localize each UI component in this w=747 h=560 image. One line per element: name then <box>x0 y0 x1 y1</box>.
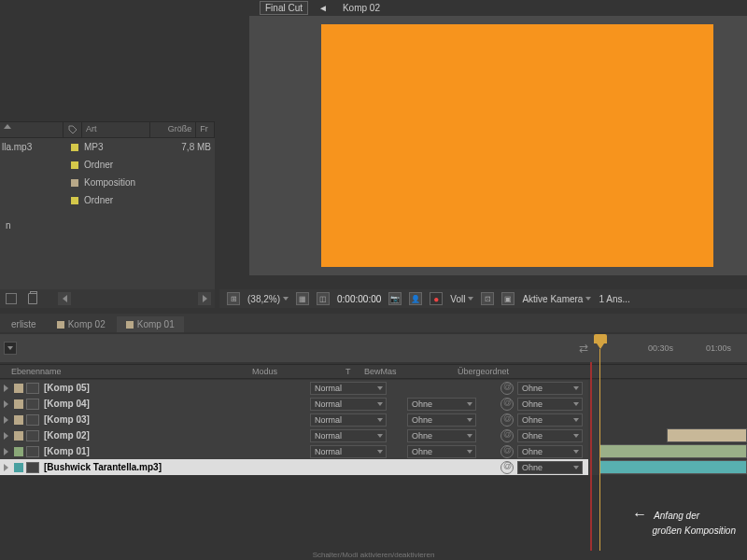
tag-column[interactable] <box>63 122 82 137</box>
layer-row[interactable]: [Komp 02]NormalOhneOhne <box>0 427 588 443</box>
bewmas-select[interactable]: Ohne <box>407 445 476 458</box>
toggle-switches-label[interactable]: Schalter/Modi aktivieren/deaktivieren <box>280 551 467 560</box>
project-row[interactable]: Ordner <box>0 191 215 209</box>
timecode-display[interactable]: 0:00:00:00 <box>337 294 381 304</box>
art-cell: Komposition <box>84 177 168 188</box>
snapshot-icon[interactable]: 👤 <box>409 292 422 305</box>
modus-select[interactable]: Normal <box>310 382 387 395</box>
tab-komp01[interactable]: Komp 01 <box>117 316 184 332</box>
track-lane[interactable] <box>588 443 747 459</box>
tag-swatch <box>71 179 78 187</box>
size-column[interactable]: Größe <box>150 122 196 137</box>
track-lane[interactable] <box>588 412 747 427</box>
parent-select[interactable]: Ohne <box>517 413 583 427</box>
art-column[interactable]: Art <box>82 122 150 137</box>
time-ruler[interactable]: 00:30s 01:00s <box>588 334 747 362</box>
layer-row[interactable]: [Bushwick Tarantella.mp3]Ohne <box>0 459 588 475</box>
twirl-icon[interactable] <box>0 432 11 440</box>
layer-row[interactable]: [Komp 05]NormalOhne <box>0 380 588 396</box>
modus-select[interactable]: Normal <box>310 429 387 442</box>
layer-color-swatch[interactable] <box>14 399 23 409</box>
breadcrumb-item[interactable]: Final Cut <box>260 1 308 15</box>
filename-cell: lla.mp3 <box>2 142 65 152</box>
views-select[interactable]: 1 Ans... <box>599 294 629 304</box>
layers-header: Ebenenname Modus T BewMas Übergeordnet <box>0 364 588 379</box>
project-row[interactable]: Komposition <box>0 174 215 191</box>
channel-icon[interactable]: ● <box>430 292 443 305</box>
track-lane[interactable] <box>588 380 747 396</box>
region-icon[interactable]: ▣ <box>501 292 514 305</box>
timecode-field[interactable] <box>4 342 17 355</box>
scroll-left-button[interactable] <box>58 292 71 305</box>
twirl-icon[interactable] <box>0 416 11 424</box>
pickwhip-icon[interactable] <box>500 413 514 427</box>
chevron-down-icon <box>585 297 591 301</box>
layer-bar[interactable] <box>599 460 747 474</box>
layer-color-swatch[interactable] <box>14 415 23 425</box>
tab-renderlist[interactable]: erliste <box>2 316 46 332</box>
parent-select[interactable]: Ohne <box>517 429 583 442</box>
bewmas-select[interactable]: Ohne <box>407 398 476 411</box>
layer-row[interactable]: [Komp 04]NormalOhneOhne <box>0 396 588 412</box>
track-lane[interactable] <box>588 427 747 443</box>
tag-swatch <box>71 144 78 151</box>
layer-bar[interactable] <box>667 428 747 442</box>
breadcrumb-sep: ◄ <box>314 2 332 14</box>
layer-row[interactable]: [Komp 03]NormalOhneOhne <box>0 412 588 427</box>
twirl-icon[interactable] <box>0 464 11 471</box>
layer-name: [Komp 02] <box>42 430 310 441</box>
comp-icon <box>26 383 39 394</box>
col-bewmas[interactable]: BewMas <box>364 367 458 376</box>
bewmas-select[interactable]: Ohne <box>407 429 476 442</box>
pickwhip-icon[interactable] <box>500 398 514 411</box>
camera-icon[interactable]: 📷 <box>388 292 402 305</box>
layer-color-swatch[interactable] <box>14 463 23 472</box>
work-area-start[interactable] <box>590 362 592 551</box>
camera-select[interactable]: Aktive Kamera <box>522 294 591 304</box>
bewmas-select[interactable]: Ohne <box>407 413 476 427</box>
parent-select[interactable]: Ohne <box>517 382 583 395</box>
fr-column[interactable]: Fr <box>196 122 215 137</box>
track-lane[interactable] <box>588 459 747 475</box>
project-row[interactable]: lla.mp3 MP3 7,8 MB <box>0 138 215 156</box>
scroll-right-button[interactable] <box>198 292 211 305</box>
layer-color-swatch[interactable] <box>14 447 23 456</box>
zoom-select[interactable]: (38,2%) <box>247 294 289 304</box>
pickwhip-icon[interactable] <box>500 445 514 458</box>
col-t[interactable]: T <box>345 367 364 376</box>
layer-bar[interactable] <box>599 444 747 458</box>
view-select[interactable]: Voll <box>450 294 473 304</box>
parent-select[interactable]: Ohne <box>517 398 583 411</box>
parent-select[interactable]: Ohne <box>517 461 583 474</box>
col-modus[interactable]: Modus <box>252 367 345 376</box>
col-ubergeordnet[interactable]: Übergeordnet <box>458 367 570 376</box>
layer-color-swatch[interactable] <box>14 431 23 441</box>
pickwhip-icon[interactable] <box>500 382 514 395</box>
col-ebenenname[interactable]: Ebenenname <box>0 367 252 376</box>
pickwhip-icon[interactable] <box>500 429 514 442</box>
sort-indicator[interactable] <box>0 122 63 137</box>
grid-icon[interactable]: ⊞ <box>227 292 240 305</box>
project-row[interactable]: Ordner <box>0 156 215 174</box>
track-lane[interactable] <box>588 396 747 412</box>
modus-select[interactable]: Normal <box>310 398 387 411</box>
project-row[interactable]: n <box>0 217 215 234</box>
modus-select[interactable]: Normal <box>310 413 387 427</box>
preview-canvas[interactable] <box>321 24 713 267</box>
twirl-icon[interactable] <box>0 385 11 392</box>
resolution-icon[interactable]: ▦ <box>296 292 309 305</box>
layer-row[interactable]: [Komp 01]NormalOhneOhne <box>0 443 588 459</box>
trash-icon[interactable] <box>28 293 37 304</box>
layer-color-swatch[interactable] <box>14 384 23 393</box>
tab-komp02[interactable]: Komp 02 <box>48 316 115 332</box>
mask-icon[interactable]: ◫ <box>317 292 330 305</box>
playhead[interactable] <box>594 334 607 351</box>
breadcrumb-item[interactable]: Komp 02 <box>338 2 385 14</box>
bin-icon[interactable] <box>6 293 17 304</box>
modus-select[interactable]: Normal <box>310 445 387 458</box>
twirl-icon[interactable] <box>0 400 11 408</box>
twirl-icon[interactable] <box>0 448 11 455</box>
parent-select[interactable]: Ohne <box>517 445 583 458</box>
pickwhip-icon[interactable] <box>500 461 514 474</box>
transparency-icon[interactable]: ⊡ <box>481 292 494 305</box>
